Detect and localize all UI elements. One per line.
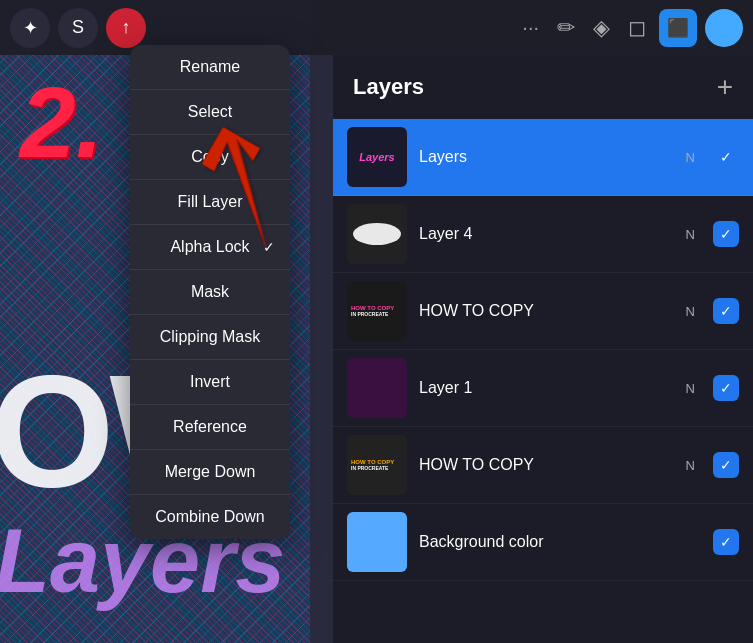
- layer-controls-4: N ✓: [686, 221, 739, 247]
- layers-panel-title: Layers: [353, 74, 424, 100]
- layer-mode-layers: N: [686, 150, 695, 165]
- layer-item-background[interactable]: Background color ✓: [333, 504, 753, 581]
- layer-item-how-to-copy-2[interactable]: HOW TO COPY IN PROCREATE HOW TO COPY N ✓: [333, 427, 753, 504]
- layer-visibility-4[interactable]: ✓: [713, 221, 739, 247]
- layer-controls-background: ✓: [713, 529, 739, 555]
- layers-icon: ⬛: [667, 17, 689, 39]
- layer-thumb-4: [347, 204, 407, 264]
- menu-item-combine-down[interactable]: Combine Down: [130, 495, 290, 539]
- menu-item-alpha-lock[interactable]: Alpha Lock: [130, 225, 290, 270]
- selection-icon[interactable]: S: [58, 8, 98, 48]
- magic-wand-icon[interactable]: ✦: [10, 8, 50, 48]
- layer-thumb-background: [347, 512, 407, 572]
- layer-thumb-how-to-2: HOW TO COPY IN PROCREATE: [347, 435, 407, 495]
- menu-item-rename[interactable]: Rename: [130, 45, 290, 90]
- layer-name-background: Background color: [419, 533, 544, 551]
- layer-controls-layers: N ✓: [686, 144, 739, 170]
- eraser-icon[interactable]: ◻: [623, 10, 651, 46]
- layer-thumb-how-to: HOW TO COPY IN PROCREATE: [347, 281, 407, 341]
- user-avatar[interactable]: [705, 9, 743, 47]
- toolbar: ✦ S ↑ ··· ✏ ◈ ◻ ⬛: [0, 0, 753, 55]
- layer-mode-4: N: [686, 227, 695, 242]
- menu-item-mask[interactable]: Mask: [130, 270, 290, 315]
- layer-visibility-how-to-2[interactable]: ✓: [713, 452, 739, 478]
- layers-button[interactable]: ⬛: [659, 9, 697, 47]
- smudge-icon[interactable]: ◈: [588, 10, 615, 46]
- layer-thumb-layers: Layers: [347, 127, 407, 187]
- layer-name-how-to: HOW TO COPY: [419, 302, 534, 320]
- layer-visibility-background[interactable]: ✓: [713, 529, 739, 555]
- layer-controls-1: N ✓: [686, 375, 739, 401]
- layer-controls-how-to-2: N ✓: [686, 452, 739, 478]
- menu-item-invert[interactable]: Invert: [130, 360, 290, 405]
- more-options-button[interactable]: ···: [517, 11, 544, 44]
- layer-name-4: Layer 4: [419, 225, 472, 243]
- layers-panel-header: Layers +: [333, 55, 753, 119]
- layer-mode-how-to-2: N: [686, 458, 695, 473]
- menu-item-clipping-mask[interactable]: Clipping Mask: [130, 315, 290, 360]
- canvas-number: 2.: [20, 65, 103, 180]
- layer-visibility-layers[interactable]: ✓: [713, 144, 739, 170]
- menu-item-merge-down[interactable]: Merge Down: [130, 450, 290, 495]
- menu-item-fill-layer[interactable]: Fill Layer: [130, 180, 290, 225]
- layer-item-4[interactable]: Layer 4 N ✓: [333, 196, 753, 273]
- layer-item-layers[interactable]: Layers Layers N ✓: [333, 119, 753, 196]
- menu-item-select[interactable]: Select: [130, 90, 290, 135]
- layer-name-how-to-2: HOW TO COPY: [419, 456, 534, 474]
- menu-item-reference[interactable]: Reference: [130, 405, 290, 450]
- layer-mode-1: N: [686, 381, 695, 396]
- menu-item-copy[interactable]: Copy: [130, 135, 290, 180]
- layer-item-1[interactable]: Layer 1 N ✓: [333, 350, 753, 427]
- layer-visibility-1[interactable]: ✓: [713, 375, 739, 401]
- layer-thumb-1: [347, 358, 407, 418]
- context-menu: Rename Select Copy Fill Layer Alpha Lock…: [130, 45, 290, 539]
- add-layer-button[interactable]: +: [717, 73, 733, 101]
- layer-item-how-to-copy[interactable]: HOW TO COPY IN PROCREATE HOW TO COPY N ✓: [333, 273, 753, 350]
- layer-controls-how-to: N ✓: [686, 298, 739, 324]
- arrow-icon[interactable]: ↑: [106, 8, 146, 48]
- layer-mode-how-to: N: [686, 304, 695, 319]
- brush-icon[interactable]: ✏: [552, 10, 580, 46]
- layer-visibility-how-to[interactable]: ✓: [713, 298, 739, 324]
- layer-name-layers: Layers: [419, 148, 467, 166]
- layers-panel: Layers + Layers Layers N ✓ Layer 4 N ✓: [333, 55, 753, 643]
- layer-name-1: Layer 1: [419, 379, 472, 397]
